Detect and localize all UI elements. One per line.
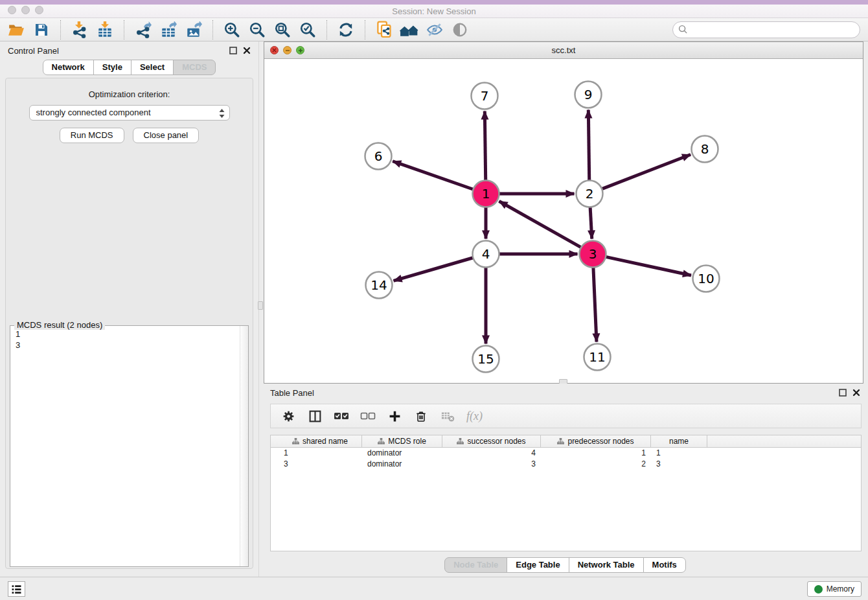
toolbar-separator bbox=[124, 20, 124, 40]
mcds-panel: Optimization criterion: strongly connect… bbox=[5, 78, 253, 569]
tab-node-table[interactable]: Node Table bbox=[444, 557, 507, 573]
deselect-all-columns-icon[interactable] bbox=[360, 408, 376, 424]
column-header-predecessor-nodes[interactable]: predecessor nodes bbox=[541, 435, 651, 447]
graph-edge-3-10[interactable] bbox=[606, 257, 691, 275]
graph-edge-3-11[interactable] bbox=[593, 267, 597, 341]
export-table-icon[interactable] bbox=[159, 20, 178, 40]
criterion-select[interactable]: strongly connected component bbox=[29, 105, 230, 121]
search-input[interactable] bbox=[672, 21, 860, 38]
graph-edge-1-7[interactable] bbox=[485, 111, 485, 180]
graph-edge-2-9[interactable] bbox=[588, 110, 589, 180]
close-panel-icon[interactable] bbox=[243, 47, 251, 54]
tab-style[interactable]: Style bbox=[93, 60, 131, 75]
new-network-from-selection-icon[interactable] bbox=[374, 20, 394, 40]
control-panel-tabs: NetworkStyleSelectMCDS bbox=[0, 60, 258, 75]
graph-node-15[interactable]: 15 bbox=[473, 346, 499, 373]
memory-label: Memory bbox=[827, 584, 854, 594]
task-history-button[interactable] bbox=[8, 581, 25, 597]
optimization-criterion-label: Optimization criterion: bbox=[6, 89, 253, 99]
tab-motifs[interactable]: Motifs bbox=[643, 557, 686, 573]
graph-edge-2-8[interactable] bbox=[602, 154, 691, 189]
vertical-split-handle[interactable] bbox=[258, 301, 263, 310]
svg-text:6: 6 bbox=[374, 148, 383, 164]
mcds-result-line: 1 bbox=[16, 329, 243, 340]
column-header-MCDS-role[interactable]: MCDS role bbox=[362, 435, 442, 447]
show-graphics-details-icon[interactable] bbox=[450, 20, 470, 40]
open-session-icon[interactable] bbox=[6, 20, 26, 40]
result-scrollbar[interactable] bbox=[240, 326, 248, 566]
mcds-result-text[interactable]: 13 bbox=[10, 326, 248, 353]
split-panel-icon[interactable] bbox=[307, 408, 323, 424]
tab-network[interactable]: Network bbox=[43, 60, 94, 75]
close-panel-button[interactable]: Close panel bbox=[133, 128, 200, 143]
row-header-corner bbox=[271, 435, 279, 447]
cell-predecessor-nodes[interactable]: 2 bbox=[541, 459, 651, 470]
zoom-out-icon[interactable] bbox=[247, 20, 267, 40]
hide-graphics-details-icon[interactable] bbox=[425, 20, 444, 40]
graph-node-8[interactable]: 8 bbox=[692, 136, 718, 163]
home-icon[interactable] bbox=[400, 20, 419, 40]
graph-node-7[interactable]: 7 bbox=[472, 83, 498, 110]
network-canvas-container: 7968124314101511 bbox=[264, 60, 863, 383]
table-row[interactable]: 1dominator411 bbox=[271, 448, 861, 459]
graph-node-2[interactable]: 2 bbox=[577, 181, 603, 207]
column-header-shared-name[interactable]: shared name bbox=[279, 435, 362, 447]
graph-node-1[interactable]: 1 bbox=[473, 181, 499, 207]
float-table-panel-icon[interactable] bbox=[839, 389, 847, 397]
list-icon bbox=[11, 584, 22, 595]
select-all-columns-icon[interactable] bbox=[334, 408, 349, 424]
network-minimize-icon[interactable] bbox=[283, 46, 291, 54]
graph-edge-2-3[interactable] bbox=[590, 207, 592, 238]
cell-successor-nodes[interactable]: 3 bbox=[442, 459, 541, 470]
cell-successor-nodes[interactable]: 4 bbox=[442, 448, 541, 459]
cell-name[interactable]: 3 bbox=[651, 459, 707, 470]
graph-node-14[interactable]: 14 bbox=[366, 272, 393, 299]
cell-shared-name[interactable]: 3 bbox=[279, 459, 362, 470]
graph-node-9[interactable]: 9 bbox=[575, 82, 602, 108]
export-network-icon[interactable] bbox=[133, 20, 153, 40]
graph-edge-1-6[interactable] bbox=[393, 161, 473, 189]
column-header-successor-nodes[interactable]: successor nodes bbox=[442, 435, 541, 447]
svg-text:10: 10 bbox=[698, 271, 714, 286]
graph-edge-3-1[interactable] bbox=[499, 202, 581, 248]
cell-predecessor-nodes[interactable]: 1 bbox=[541, 448, 651, 459]
add-column-icon[interactable] bbox=[387, 408, 402, 424]
column-header-name[interactable]: name bbox=[651, 435, 707, 447]
zoom-selected-icon[interactable] bbox=[298, 20, 317, 40]
tab-edge-table[interactable]: Edge Table bbox=[507, 557, 569, 573]
table-settings-icon[interactable] bbox=[280, 408, 296, 424]
table-tabs: Node TableEdge TableNetwork TableMotifs bbox=[262, 557, 868, 573]
tab-mcds[interactable]: MCDS bbox=[173, 60, 216, 75]
network-canvas[interactable]: 7968124314101511 bbox=[264, 60, 863, 383]
float-panel-icon[interactable] bbox=[229, 47, 237, 54]
delete-columns-icon[interactable] bbox=[413, 408, 429, 424]
zoom-in-icon[interactable] bbox=[222, 20, 242, 40]
network-window-titlebar[interactable]: scc.txt bbox=[264, 42, 863, 59]
close-table-panel-icon[interactable] bbox=[852, 389, 860, 397]
save-session-icon[interactable] bbox=[32, 20, 51, 40]
graph-node-11[interactable]: 11 bbox=[584, 344, 611, 371]
zoom-fit-icon[interactable] bbox=[273, 20, 292, 40]
tab-network-table[interactable]: Network Table bbox=[569, 557, 644, 573]
refresh-icon[interactable] bbox=[336, 20, 356, 40]
cell-shared-name[interactable]: 1 bbox=[279, 448, 362, 459]
tab-select[interactable]: Select bbox=[131, 60, 174, 75]
cell-MCDS-role[interactable]: dominator bbox=[362, 459, 442, 470]
mcds-result-title: MCDS result (2 nodes) bbox=[14, 320, 105, 330]
graph-node-4[interactable]: 4 bbox=[473, 241, 499, 268]
run-mcds-button[interactable]: Run MCDS bbox=[60, 128, 124, 143]
window-titlebar: Session: New Session bbox=[0, 0, 868, 18]
graph-node-6[interactable]: 6 bbox=[365, 143, 392, 170]
graph-node-10[interactable]: 10 bbox=[693, 266, 720, 292]
import-network-icon[interactable] bbox=[70, 20, 89, 40]
memory-button[interactable]: Memory bbox=[807, 581, 862, 597]
table-row[interactable]: 3dominator323 bbox=[271, 459, 861, 470]
network-close-icon[interactable] bbox=[270, 46, 279, 54]
graph-edge-4-14[interactable] bbox=[394, 258, 474, 281]
export-image-icon[interactable] bbox=[184, 20, 203, 40]
import-table-icon[interactable] bbox=[95, 20, 115, 40]
graph-node-3[interactable]: 3 bbox=[580, 241, 606, 268]
cell-name[interactable]: 1 bbox=[651, 448, 707, 459]
network-maximize-icon[interactable] bbox=[296, 46, 304, 54]
cell-MCDS-role[interactable]: dominator bbox=[362, 448, 442, 459]
